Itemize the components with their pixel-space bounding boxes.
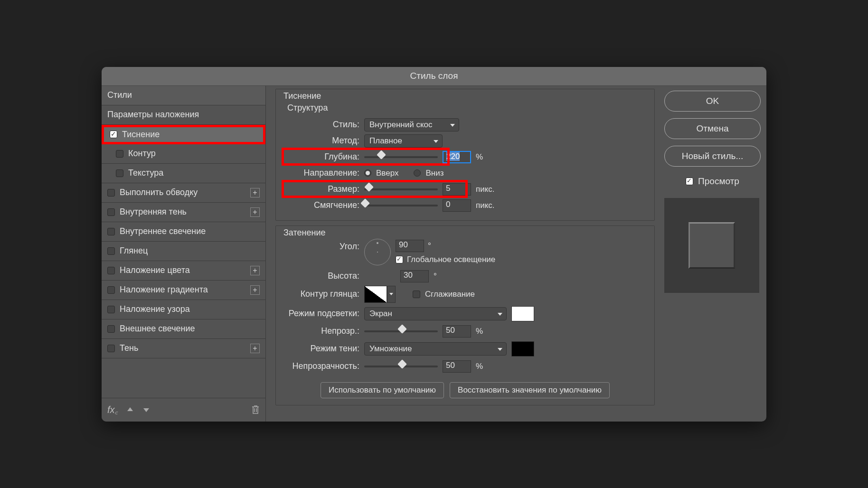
add-icon[interactable]: + [250, 285, 260, 295]
direction-down-radio[interactable] [414, 169, 421, 177]
direction-label: Направление: [283, 168, 359, 178]
sidebar-satin[interactable]: Глянец [102, 242, 265, 261]
sidebar-gradient-overlay[interactable]: Наложение градиента + [102, 281, 265, 300]
highlight-opacity-label: Непрозр.: [283, 326, 359, 336]
sidebar-blending-options[interactable]: Параметры наложения [102, 105, 265, 125]
checkbox-texture[interactable] [116, 169, 123, 177]
make-default-button[interactable]: Использовать по умолчанию [321, 382, 444, 398]
dialog-titlebar: Стиль слоя [102, 67, 766, 86]
soften-input[interactable]: 0 [443, 199, 471, 212]
section-title: Тиснение [281, 91, 324, 101]
gloss-contour-dropdown[interactable] [387, 286, 396, 303]
highlight-color-swatch[interactable] [511, 306, 534, 321]
highlight-opacity-input[interactable]: 50 [443, 325, 471, 338]
highlight-mode-dropdown[interactable]: Экран [364, 307, 507, 320]
add-icon[interactable]: + [250, 207, 260, 217]
sidebar-texture[interactable]: Текстура [102, 164, 265, 183]
size-slider[interactable] [364, 188, 438, 190]
checkbox-pattern-overlay[interactable] [107, 306, 115, 313]
shadow-mode-label: Режим тени: [283, 344, 359, 354]
gloss-contour-preview[interactable] [364, 286, 387, 303]
size-input[interactable]: 5 [443, 183, 471, 196]
checkbox-inner-glow[interactable] [107, 228, 115, 235]
style-label: Стиль: [283, 120, 359, 130]
technique-dropdown[interactable]: Плавное [364, 134, 443, 148]
size-unit: пикс. [476, 185, 495, 194]
sidebar-inner-glow[interactable]: Внутреннее свечение [102, 222, 265, 242]
global-light-checkbox[interactable] [396, 256, 403, 263]
new-style-button[interactable]: Новый стиль... [664, 146, 761, 167]
highlight-opacity-slider[interactable] [364, 330, 438, 332]
shading-fieldset: Затенение Угол: 90 ° [275, 225, 655, 405]
soften-unit: пикс. [476, 201, 495, 210]
structure-legend: Структура [287, 103, 647, 113]
sidebar-pattern-overlay[interactable]: Наложение узора [102, 300, 265, 319]
checkbox-inner-shadow[interactable] [107, 208, 115, 216]
checkbox-drop-shadow[interactable] [107, 345, 115, 352]
global-light-label: Глобальное освещение [407, 255, 495, 264]
bevel-fieldset: Тиснение Структура Стиль: Внутренний ско… [275, 89, 655, 221]
soften-label: Смягчение: [283, 200, 359, 210]
preview-label: Просмотр [698, 176, 739, 187]
angle-dial[interactable] [364, 239, 391, 265]
shadow-opacity-slider[interactable] [364, 366, 438, 367]
shadow-opacity-input[interactable]: 50 [443, 360, 471, 373]
add-icon[interactable]: + [250, 266, 260, 275]
sidebar-color-overlay[interactable]: Наложение цвета + [102, 261, 265, 281]
sidebar-stroke[interactable]: Выполнить обводку + [102, 183, 265, 203]
gloss-contour-label: Контур глянца: [283, 289, 359, 299]
antialiased-label: Сглаживание [425, 290, 475, 299]
technique-label: Метод: [283, 136, 359, 146]
checkbox-bevel[interactable] [110, 131, 117, 138]
antialiased-checkbox[interactable] [413, 291, 420, 298]
depth-slider[interactable] [364, 156, 438, 158]
altitude-input[interactable]: 30 [400, 270, 429, 282]
cancel-button[interactable]: Отмена [664, 118, 761, 139]
fx-icon[interactable]: fx꜀ [107, 404, 118, 415]
checkbox-satin[interactable] [107, 247, 115, 255]
direction-up-label: Вверх [376, 169, 398, 178]
preview-box [664, 198, 759, 293]
sidebar-styles-header[interactable]: Стили [102, 86, 265, 105]
checkbox-color-overlay[interactable] [107, 267, 115, 274]
soften-slider[interactable] [364, 205, 438, 206]
add-icon[interactable]: + [250, 344, 260, 353]
effects-sidebar: Стили Параметры наложения Тиснение Конту… [102, 86, 266, 422]
checkbox-outer-glow[interactable] [107, 325, 115, 333]
shading-legend: Затенение [281, 228, 329, 238]
checkbox-stroke[interactable] [107, 189, 115, 197]
direction-up-radio[interactable] [364, 169, 371, 177]
arrow-down-icon[interactable] [142, 406, 150, 413]
arrow-up-icon[interactable] [126, 406, 134, 413]
direction-down-label: Вниз [425, 169, 443, 178]
preview-swatch [689, 222, 735, 269]
sidebar-inner-shadow[interactable]: Внутренняя тень + [102, 203, 265, 222]
shadow-opacity-label: Непрозрачность: [283, 361, 359, 371]
reset-default-button[interactable]: Восстановить значения по умолчанию [450, 382, 610, 398]
add-icon[interactable]: + [250, 188, 260, 197]
depth-label: Глубина: [283, 152, 359, 162]
sidebar-bevel-emboss[interactable]: Тиснение [102, 125, 265, 144]
sidebar-outer-glow[interactable]: Внешнее свечение [102, 319, 265, 339]
preview-checkbox[interactable] [686, 178, 693, 185]
checkbox-contour[interactable] [116, 150, 123, 158]
depth-unit: % [476, 152, 483, 162]
shadow-mode-dropdown[interactable]: Умножение [364, 342, 507, 356]
sidebar-contour[interactable]: Контур [102, 144, 265, 164]
sidebar-footer: fx꜀ [102, 398, 265, 422]
highlight-mode-label: Режим подсветки: [283, 309, 359, 319]
layer-style-dialog: Стиль слоя Стили Параметры наложения Тис… [102, 67, 766, 422]
angle-label: Угол: [283, 239, 359, 252]
ok-button[interactable]: OK [664, 91, 761, 112]
sidebar-drop-shadow[interactable]: Тень + [102, 339, 265, 358]
shadow-color-swatch[interactable] [511, 341, 534, 357]
checkbox-gradient-overlay[interactable] [107, 286, 115, 294]
trash-icon[interactable] [251, 405, 260, 414]
depth-input[interactable]: 220 [443, 151, 471, 163]
dialog-title: Стиль слоя [410, 71, 458, 81]
angle-input[interactable]: 90 [396, 240, 424, 252]
altitude-label: Высота: [283, 271, 359, 281]
style-dropdown[interactable]: Внутренний скос [364, 118, 459, 131]
size-label: Размер: [283, 184, 359, 194]
